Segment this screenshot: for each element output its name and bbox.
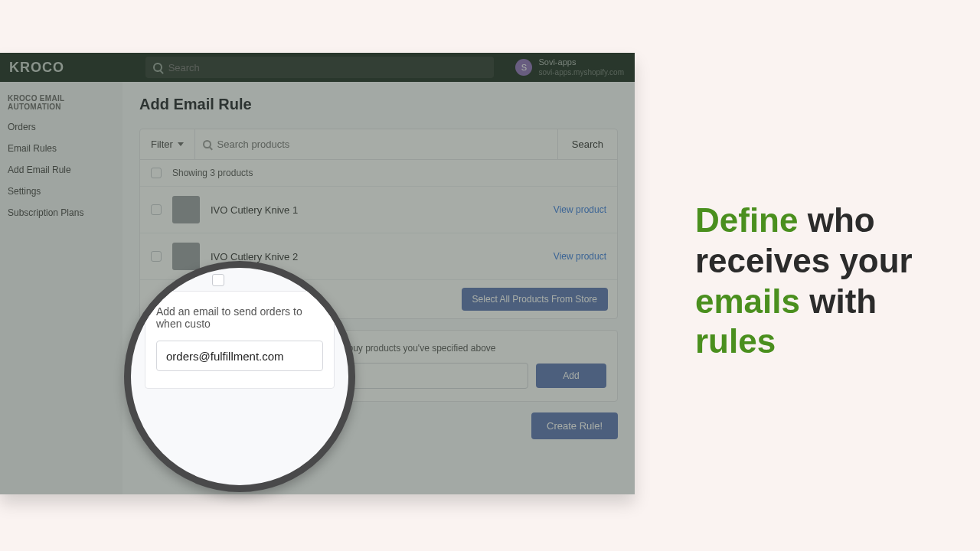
lens-email-input[interactable] — [156, 341, 323, 371]
chevron-down-icon — [178, 142, 184, 146]
headline-word-define: Define — [695, 201, 798, 239]
page-title: Add Email Rule — [139, 96, 618, 113]
select-all-button[interactable]: Select All Products From Store — [462, 288, 608, 311]
create-rule-button[interactable]: Create Rule! — [531, 412, 618, 439]
sidebar-item-add-email-rule[interactable]: Add Email Rule — [8, 161, 115, 178]
view-product-link[interactable]: View product — [554, 251, 606, 262]
sidebar: KROCO EMAIL AUTOMATION Orders Email Rule… — [0, 82, 122, 494]
sidebar-item-settings[interactable]: Settings — [8, 183, 115, 200]
product-checkbox[interactable] — [151, 251, 162, 262]
lens-email-description: Add an email to send orders to when cust… — [156, 305, 323, 330]
sidebar-item-orders[interactable]: Orders — [8, 119, 115, 135]
headline-word-rules: rules — [695, 322, 776, 360]
user-text: Sovi-apps sovi-apps.myshopify.com — [538, 57, 624, 77]
avatar: S — [515, 59, 532, 76]
logo: KROCO — [9, 60, 64, 76]
product-name: IVO Cutlery Knive 2 — [211, 251, 543, 262]
headline-word-emails: emails — [695, 282, 800, 320]
user-domain: sovi-apps.myshopify.com — [538, 68, 624, 77]
product-checkbox[interactable] — [151, 204, 162, 215]
sidebar-item-email-rules[interactable]: Email Rules — [8, 140, 115, 157]
sidebar-item-subscription-plans[interactable]: Subscription Plans — [8, 204, 115, 221]
lens-email-panel: Add an email to send orders to when cust… — [145, 291, 335, 389]
product-name: IVO Cutlery Knive 1 — [211, 204, 543, 216]
filter-button[interactable]: Filter — [140, 129, 195, 159]
select-all-checkbox[interactable] — [151, 168, 162, 178]
product-search — [195, 129, 557, 159]
add-button[interactable]: Add — [536, 364, 606, 388]
global-search-input[interactable] — [168, 62, 486, 73]
filter-label: Filter — [151, 139, 173, 150]
showing-row: Showing 3 products — [140, 160, 617, 187]
marketing-headline: Define who receives your emails with rul… — [695, 201, 956, 362]
product-thumbnail — [172, 243, 200, 270]
global-search[interactable] — [145, 57, 494, 78]
filter-row: Filter Search — [140, 129, 617, 160]
user-menu[interactable]: S Sovi-apps sovi-apps.myshopify.com — [515, 57, 624, 77]
lens-checkbox — [212, 274, 224, 286]
search-button[interactable]: Search — [557, 129, 617, 159]
product-thumbnail — [172, 196, 200, 223]
product-search-input[interactable] — [217, 139, 550, 150]
product-row: IVO Cutlery Knive 1 View product — [140, 187, 617, 233]
zoom-lens: Add an email to send orders to when cust… — [124, 261, 355, 492]
showing-text: Showing 3 products — [172, 168, 253, 178]
sidebar-heading: KROCO EMAIL AUTOMATION — [8, 94, 115, 111]
headline-text-2: with — [800, 282, 877, 320]
user-name: Sovi-apps — [538, 57, 624, 67]
topbar: KROCO S Sovi-apps sovi-apps.myshopify.co… — [0, 53, 635, 82]
view-product-link[interactable]: View product — [554, 204, 606, 215]
search-icon — [153, 63, 162, 72]
search-icon — [203, 140, 211, 148]
